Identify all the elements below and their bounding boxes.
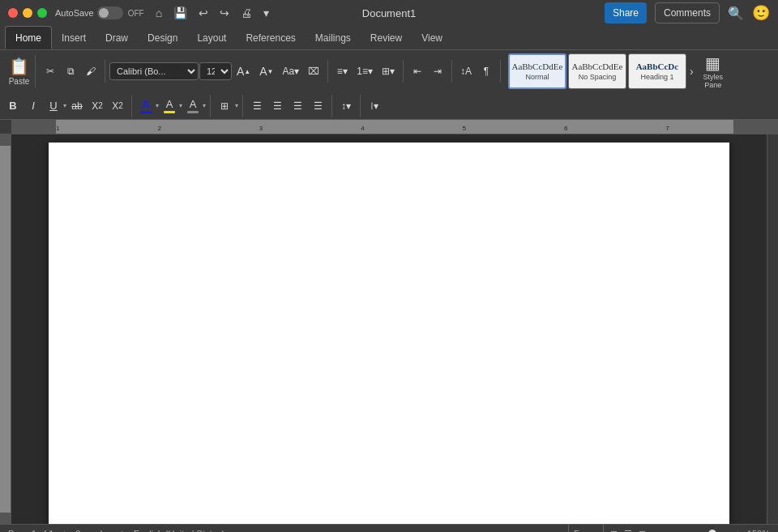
- format-painter-button[interactable]: 🖌: [81, 61, 100, 82]
- decrease-font-button[interactable]: A▼: [255, 61, 277, 82]
- style-heading1[interactable]: AaBbCcDc Heading 1: [628, 53, 686, 89]
- account-icon[interactable]: 🙂: [752, 4, 770, 22]
- subscript-button[interactable]: X2: [88, 96, 107, 117]
- superscript-button[interactable]: X2: [108, 96, 127, 117]
- proofing-icon[interactable]: ✓: [117, 529, 124, 532]
- font-size-select[interactable]: 12 8 10 14 16 18 24 36: [199, 62, 232, 80]
- sep-1: [105, 60, 105, 83]
- para-spacing-button[interactable]: ⁞▾: [365, 96, 384, 117]
- ruler-track: 1 2 3 4 5 6 7: [56, 120, 733, 134]
- increase-font-button[interactable]: A▲: [233, 61, 254, 82]
- sep-format-1: [131, 95, 132, 117]
- comments-button[interactable]: Comments: [655, 2, 720, 23]
- font-color-button[interactable]: A: [136, 96, 156, 117]
- home-icon[interactable]: ⌂: [152, 5, 165, 21]
- shading-dropdown[interactable]: A ▾: [183, 96, 206, 117]
- sort-button[interactable]: ↕A: [456, 61, 476, 82]
- borders-arrow: ▾: [235, 102, 238, 109]
- document-area[interactable]: [11, 134, 767, 524]
- customize-icon[interactable]: ▾: [260, 5, 272, 21]
- styles-pane-button[interactable]: ▦ StylesPane: [700, 52, 727, 92]
- search-icon[interactable]: 🔍: [728, 6, 744, 21]
- numbered-list-button[interactable]: 1≡▾: [353, 61, 377, 82]
- cut-button[interactable]: ✂: [41, 61, 60, 82]
- layout-view-icon[interactable]: ⊞: [610, 529, 618, 532]
- style-no-spacing[interactable]: AaBbCcDdEe No Spacing: [568, 53, 626, 89]
- main-area: [0, 134, 778, 524]
- color-group: A ▾ A ▾ A: [136, 96, 206, 117]
- style-no-spacing-preview: AaBbCcDdEe: [571, 62, 622, 72]
- zoom-percent[interactable]: 150%: [747, 529, 770, 532]
- bullet-list-button[interactable]: ≡▾: [332, 61, 352, 82]
- paste-group[interactable]: 📋 Paste: [3, 55, 36, 87]
- change-case-button[interactable]: Aa▾: [279, 61, 304, 82]
- line-spacing-button[interactable]: ↕▾: [336, 96, 356, 117]
- bold-button[interactable]: B: [3, 96, 23, 117]
- italic-button[interactable]: I: [24, 96, 43, 117]
- show-marks-button[interactable]: ¶: [477, 61, 496, 82]
- increase-indent-button[interactable]: ⇥: [428, 61, 447, 82]
- vertical-ruler: [0, 134, 11, 524]
- clear-formatting-button[interactable]: ⌧: [304, 61, 323, 82]
- v-ruler-track: [0, 146, 11, 513]
- justify-button[interactable]: ☰: [308, 96, 327, 117]
- sep-format-4: [331, 95, 332, 117]
- align-center-button[interactable]: ☰: [267, 96, 287, 117]
- tab-mailings[interactable]: Mailings: [306, 26, 361, 49]
- autosave-state: OFF: [128, 9, 144, 18]
- view-icon-1[interactable]: ☰: [624, 529, 632, 532]
- style-heading1-preview: AaBbCcDc: [636, 62, 679, 72]
- tab-view[interactable]: View: [412, 26, 452, 49]
- zoom-plus[interactable]: +: [735, 529, 740, 532]
- underline-button[interactable]: U: [44, 96, 63, 117]
- focus-button[interactable]: Focus: [568, 523, 604, 532]
- highlight-button[interactable]: A: [160, 96, 179, 117]
- close-button[interactable]: [8, 8, 18, 18]
- tab-home[interactable]: Home: [5, 26, 52, 49]
- paste-icon: 📋: [9, 57, 29, 76]
- undo-icon[interactable]: ↩: [195, 5, 212, 21]
- save-icon[interactable]: 💾: [170, 5, 190, 21]
- language[interactable]: English (United States): [134, 529, 225, 532]
- share-button[interactable]: Share: [605, 2, 647, 23]
- fullscreen-button[interactable]: [37, 8, 47, 18]
- zoom-minus[interactable]: −: [652, 529, 657, 532]
- style-normal[interactable]: AaBbCcDdEe Normal: [508, 53, 566, 89]
- alignment-group: ☰ ☰ ☰ ☰: [247, 96, 327, 117]
- highlight-dropdown[interactable]: A ▾: [160, 96, 182, 117]
- print-icon[interactable]: 🖨: [237, 5, 255, 21]
- copy-button[interactable]: ⧉: [61, 61, 80, 82]
- borders-button[interactable]: ⊞: [215, 96, 234, 117]
- font-family-select[interactable]: Calibri (Bo...: [109, 62, 199, 80]
- document-page[interactable]: [49, 143, 729, 524]
- decrease-indent-button[interactable]: ⇤: [408, 61, 427, 82]
- format-row: B I U ▾ ab X2 X2 A ▾: [0, 93, 778, 119]
- tab-design[interactable]: Design: [138, 26, 187, 49]
- tab-insert[interactable]: Insert: [52, 26, 96, 49]
- sort-group: ↕A ¶: [456, 61, 496, 82]
- styles-group: AaBbCcDdEe Normal AaBbCcDdEe No Spacing …: [508, 52, 726, 92]
- view-icon-2[interactable]: ⊟: [639, 529, 646, 532]
- tab-layout[interactable]: Layout: [187, 26, 236, 49]
- autosave-toggle[interactable]: [97, 6, 123, 19]
- ruler-right-margin: [733, 120, 778, 134]
- page-info: Page 1 of 1: [8, 529, 53, 532]
- font-color-dropdown[interactable]: A ▾: [136, 96, 159, 117]
- underline-dropdown[interactable]: U ▾: [44, 96, 66, 117]
- strikethrough-button[interactable]: ab: [67, 96, 87, 117]
- align-right-button[interactable]: ☰: [288, 96, 307, 117]
- align-left-button[interactable]: ☰: [247, 96, 267, 117]
- multilevel-list-button[interactable]: ⊞▾: [378, 61, 399, 82]
- minimize-button[interactable]: [23, 8, 32, 18]
- tab-review[interactable]: Review: [361, 26, 412, 49]
- tab-references[interactable]: References: [236, 26, 305, 49]
- styles-pane-label: StylesPane: [703, 74, 724, 90]
- redo-icon[interactable]: ↪: [216, 5, 233, 21]
- sep-2: [327, 60, 328, 83]
- shading-button[interactable]: A: [183, 96, 203, 117]
- styles-scroll-right[interactable]: ›: [688, 63, 695, 79]
- word-count: 0 words: [75, 529, 107, 532]
- right-scrollbar[interactable]: [767, 134, 778, 524]
- toolbar-row-1: 📋 Paste ✂ ⧉ 🖌 Calibri (Bo... 12 8 10 14 …: [0, 50, 778, 93]
- tab-draw[interactable]: Draw: [96, 26, 138, 49]
